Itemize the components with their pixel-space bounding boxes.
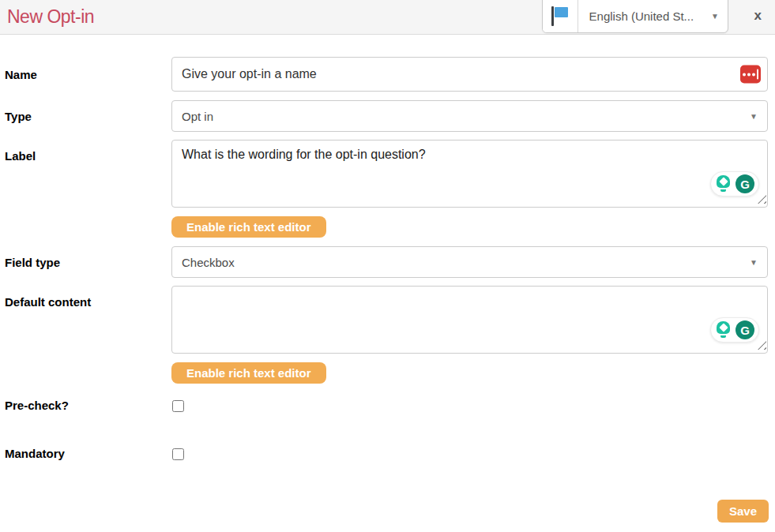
language-value: English (United St... xyxy=(589,9,694,23)
flag-pole xyxy=(551,6,554,26)
grammarly-widget[interactable]: G xyxy=(710,317,759,343)
mandatory-label: Mandatory xyxy=(5,447,171,460)
dialog-header: New Opt-in English (United St... ▼ x xyxy=(0,0,775,35)
pre-check-row: Pre-check? xyxy=(5,399,768,415)
default-rich-text-row: Enable rich text editor xyxy=(5,362,768,384)
save-button[interactable]: Save xyxy=(717,500,769,523)
field-type-control: Checkbox ▼ xyxy=(171,246,768,278)
grammarly-suggestion-icon[interactable] xyxy=(715,175,732,193)
close-icon[interactable]: x xyxy=(754,9,762,22)
label-textarea[interactable]: What is the wording for the opt-in quest… xyxy=(171,140,768,208)
lastpass-bar xyxy=(757,69,758,80)
default-content-control: G xyxy=(171,286,768,354)
default-content-row: Default content G xyxy=(5,286,768,354)
label-row: Label What is the wording for the opt-in… xyxy=(5,140,768,208)
grammarly-logo-icon[interactable]: G xyxy=(735,320,754,339)
field-type-label: Field type xyxy=(5,256,171,269)
type-select[interactable]: Opt in ▼ xyxy=(171,100,768,132)
lastpass-dots xyxy=(743,73,755,76)
flag-cloth xyxy=(555,7,568,17)
flag-icon xyxy=(551,6,569,27)
opt-in-form: Name Type Opt in ▼ Label What is the wor… xyxy=(0,35,775,463)
language-dropdown[interactable]: English (United St... ▼ xyxy=(578,0,728,32)
type-label: Type xyxy=(5,110,171,123)
enable-rich-text-button[interactable]: Enable rich text editor xyxy=(171,362,326,384)
name-row: Name xyxy=(5,57,768,92)
name-control xyxy=(171,57,768,92)
type-row: Type Opt in ▼ xyxy=(5,100,768,132)
enable-rich-text-button[interactable]: Enable rich text editor xyxy=(171,216,326,238)
name-input[interactable] xyxy=(171,57,768,92)
type-control: Opt in ▼ xyxy=(171,100,768,132)
grammarly-suggestion-icon[interactable] xyxy=(715,321,732,339)
lastpass-icon[interactable] xyxy=(740,66,761,84)
dialog-title: New Opt-in xyxy=(0,6,94,28)
default-content-label: Default content xyxy=(5,286,171,309)
field-type-select[interactable]: Checkbox ▼ xyxy=(171,246,768,278)
chevron-down-icon: ▼ xyxy=(750,258,758,267)
chevron-down-icon: ▼ xyxy=(711,12,719,21)
spacer xyxy=(5,362,171,384)
grammarly-logo-icon[interactable]: G xyxy=(735,174,754,193)
default-content-textarea[interactable] xyxy=(171,286,768,354)
name-label: Name xyxy=(5,68,171,81)
mandatory-row: Mandatory xyxy=(5,447,768,463)
language-selector[interactable]: English (United St... ▼ xyxy=(542,0,728,33)
flag-button[interactable] xyxy=(543,0,578,32)
label-rich-text-row: Enable rich text editor xyxy=(5,216,768,238)
grammarly-widget[interactable]: G xyxy=(710,171,759,197)
chevron-down-icon: ▼ xyxy=(750,112,758,121)
label-control: What is the wording for the opt-in quest… xyxy=(171,140,768,208)
spacer xyxy=(5,216,171,238)
pre-check-checkbox[interactable] xyxy=(172,400,184,412)
mandatory-checkbox[interactable] xyxy=(172,448,184,460)
field-type-row: Field type Checkbox ▼ xyxy=(5,246,768,278)
field-type-select-value: Checkbox xyxy=(182,256,235,269)
pre-check-label: Pre-check? xyxy=(5,399,171,412)
type-select-value: Opt in xyxy=(182,110,213,123)
label-label: Label xyxy=(5,140,171,163)
